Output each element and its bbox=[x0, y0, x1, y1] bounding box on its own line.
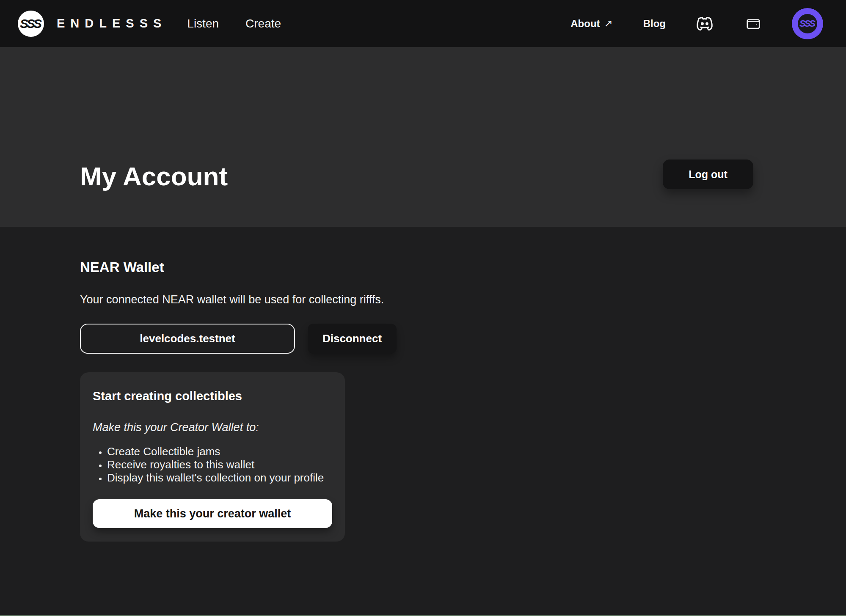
near-wallet-description: Your connected NEAR wallet will be used … bbox=[80, 293, 384, 306]
account-page: SSS ENDLESSS Listen Create About ↗ Blog bbox=[0, 0, 846, 616]
make-creator-wallet-button[interactable]: Make this your creator wallet bbox=[93, 499, 332, 528]
disconnect-button[interactable]: Disconnect bbox=[308, 324, 397, 354]
creator-wallet-card: Start creating collectibles Make this yo… bbox=[80, 372, 345, 542]
avatar-logo-letters: SSS bbox=[798, 14, 817, 33]
page-title: My Account bbox=[80, 161, 228, 191]
creator-card-title: Start creating collectibles bbox=[93, 389, 332, 403]
connected-wallet-row: levelcodes.testnet Disconnect bbox=[80, 324, 397, 354]
creator-benefits-list: Create Collectible jams Receive royaltie… bbox=[93, 445, 332, 484]
creator-card-subtitle: Make this your Creator Wallet to: bbox=[93, 421, 332, 434]
wallet-tab-panel: NEAR Wallet Your connected NEAR wallet w… bbox=[0, 227, 846, 616]
wallet-address: levelcodes.testnet bbox=[140, 332, 235, 345]
about-label: About bbox=[570, 18, 600, 30]
nav-link-about[interactable]: About ↗ bbox=[570, 18, 612, 30]
user-avatar[interactable]: SSS bbox=[792, 8, 823, 39]
near-wallet-heading: NEAR Wallet bbox=[80, 259, 164, 275]
logo-letters: SSS bbox=[20, 16, 40, 31]
wallet-icon[interactable] bbox=[745, 16, 761, 32]
list-item: Display this wallet's collection on your… bbox=[107, 471, 332, 484]
top-navbar: SSS ENDLESSS Listen Create About ↗ Blog bbox=[0, 0, 846, 47]
list-item: Create Collectible jams bbox=[107, 445, 332, 458]
wallet-address-pill: levelcodes.testnet bbox=[80, 324, 295, 354]
logout-button[interactable]: Log out bbox=[663, 160, 753, 189]
brand-name: ENDLESSS bbox=[57, 16, 167, 30]
nav-link-blog[interactable]: Blog bbox=[643, 18, 666, 30]
discord-icon[interactable] bbox=[695, 14, 714, 33]
list-item: Receive royalties to this wallet bbox=[107, 458, 332, 471]
primary-nav: Listen Create bbox=[187, 17, 281, 30]
nav-link-listen[interactable]: Listen bbox=[187, 17, 219, 30]
secondary-nav: About ↗ Blog SSS bbox=[570, 8, 823, 39]
nav-link-create[interactable]: Create bbox=[245, 17, 281, 30]
endlesss-logo-icon[interactable]: SSS bbox=[18, 11, 44, 37]
external-link-icon: ↗ bbox=[604, 17, 613, 29]
account-header: My Account Log out Overview Wallet bbox=[0, 47, 846, 227]
